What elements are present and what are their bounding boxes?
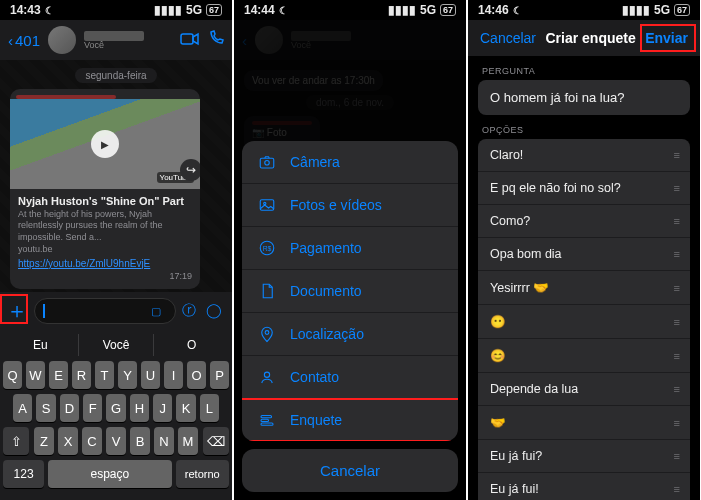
drag-handle-icon[interactable]: ≡ xyxy=(674,248,678,260)
drag-handle-icon[interactable]: ≡ xyxy=(674,350,678,362)
sheet-cancel-button[interactable]: Cancelar xyxy=(242,449,458,492)
drag-handle-icon[interactable]: ≡ xyxy=(674,182,678,194)
key-e[interactable]: E xyxy=(49,361,68,389)
key-z[interactable]: Z xyxy=(34,427,54,455)
drag-handle-icon[interactable]: ≡ xyxy=(674,282,678,294)
numeric-key[interactable]: 123 xyxy=(3,460,44,488)
poll-option-row[interactable]: Opa bom dia≡ xyxy=(478,238,690,271)
chat-body[interactable]: segunda-feira ▶ YouTube ↪ Nyjah Huston's… xyxy=(0,60,232,292)
key-q[interactable]: Q xyxy=(3,361,22,389)
poll-option-row[interactable]: Eu já fui!≡ xyxy=(478,473,690,500)
key-k[interactable]: K xyxy=(176,394,195,422)
key-r[interactable]: R xyxy=(72,361,91,389)
sticker-icon[interactable]: ▢ xyxy=(151,305,161,318)
play-icon[interactable]: ▶ xyxy=(91,130,119,158)
key-j[interactable]: J xyxy=(153,394,172,422)
video-thumbnail[interactable]: ▶ YouTube ↪ xyxy=(10,99,200,189)
poll-option-row[interactable]: Depende da lua≡ xyxy=(478,373,690,406)
modal-title: Criar enquete xyxy=(545,30,635,46)
message-text-input[interactable]: ▢ xyxy=(34,298,176,324)
key-h[interactable]: H xyxy=(130,394,149,422)
sheet-contact[interactable]: Contato xyxy=(242,356,458,399)
attach-plus-icon[interactable]: ＋ xyxy=(6,300,28,322)
key-row-3: ⇧ ZXCVBNM ⌫ xyxy=(3,427,229,455)
key-i[interactable]: I xyxy=(164,361,183,389)
key-w[interactable]: W xyxy=(26,361,45,389)
key-s[interactable]: S xyxy=(36,394,55,422)
key-n[interactable]: N xyxy=(154,427,174,455)
drag-handle-icon[interactable]: ≡ xyxy=(674,215,678,227)
key-t[interactable]: T xyxy=(95,361,114,389)
drag-handle-icon[interactable]: ≡ xyxy=(674,450,678,462)
contact-name-block[interactable]: Você xyxy=(84,31,172,50)
drag-handle-icon[interactable]: ≡ xyxy=(674,316,678,328)
forward-icon[interactable]: ↪ xyxy=(180,159,200,181)
dnd-moon-icon: ☾ xyxy=(45,5,54,16)
key-o[interactable]: O xyxy=(187,361,206,389)
key-b[interactable]: B xyxy=(130,427,150,455)
cancel-button[interactable]: Cancelar xyxy=(480,30,536,46)
sheet-poll[interactable]: Enquete xyxy=(242,399,458,441)
key-y[interactable]: Y xyxy=(118,361,137,389)
poll-question-input[interactable]: O homem já foi na lua? xyxy=(478,80,690,115)
space-key[interactable]: espaço xyxy=(48,460,171,488)
suggestion[interactable]: Você xyxy=(79,334,155,356)
suggestion[interactable]: Eu xyxy=(3,334,79,356)
key-u[interactable]: U xyxy=(141,361,160,389)
poll-option-row[interactable]: 😶≡ xyxy=(478,305,690,339)
suggestion-row: Eu Você O xyxy=(3,334,229,356)
poll-option-text: 😶 xyxy=(490,314,506,329)
key-l[interactable]: L xyxy=(200,394,219,422)
message-input-row: ＋ ▢ ⓡ ◯ xyxy=(0,292,232,330)
poll-option-row[interactable]: 😊≡ xyxy=(478,339,690,373)
key-v[interactable]: V xyxy=(106,427,126,455)
status-bar: 14:46 ☾ ▮▮▮▮ 5G 67 xyxy=(468,0,700,20)
avatar[interactable] xyxy=(48,26,76,54)
key-x[interactable]: X xyxy=(58,427,78,455)
text-cursor xyxy=(43,304,45,318)
sheet-label: Localização xyxy=(290,326,364,342)
poll-option-row[interactable]: E pq ele não foi no sol?≡ xyxy=(478,172,690,205)
ios-keyboard[interactable]: Eu Você O QWERTYUIOP ASDFGHJKL ⇧ ZXCVBNM… xyxy=(0,330,232,500)
link-message-bubble[interactable]: ▶ YouTube ↪ Nyjah Huston's "Shine On" Pa… xyxy=(10,89,200,289)
back-button[interactable]: ‹ 401 xyxy=(8,32,40,49)
suggestion[interactable]: O xyxy=(154,334,229,356)
sheet-camera[interactable]: Câmera xyxy=(242,141,458,184)
svg-rect-3 xyxy=(260,200,274,211)
drag-handle-icon[interactable]: ≡ xyxy=(674,417,678,429)
battery-indicator: 67 xyxy=(674,4,690,16)
poll-option-row[interactable]: 🤝≡ xyxy=(478,406,690,440)
key-f[interactable]: F xyxy=(83,394,102,422)
link-url[interactable]: https://youtu.be/ZmlU9hnEvjE xyxy=(18,258,192,269)
payment-rs-icon[interactable]: ⓡ xyxy=(182,302,196,320)
drag-handle-icon[interactable]: ≡ xyxy=(674,383,678,395)
unread-count: 401 xyxy=(15,32,40,49)
poll-option-row[interactable]: Claro!≡ xyxy=(478,139,690,172)
key-p[interactable]: P xyxy=(210,361,229,389)
drag-handle-icon[interactable]: ≡ xyxy=(674,483,678,495)
key-c[interactable]: C xyxy=(82,427,102,455)
poll-option-row[interactable]: Eu já fui?≡ xyxy=(478,440,690,473)
sheet-photos[interactable]: Fotos e vídeos xyxy=(242,184,458,227)
poll-option-row[interactable]: Yesirrrr 🤝≡ xyxy=(478,271,690,305)
voice-call-icon[interactable] xyxy=(208,30,224,51)
key-a[interactable]: A xyxy=(13,394,32,422)
sheet-location[interactable]: Localização xyxy=(242,313,458,356)
sheet-document[interactable]: Documento xyxy=(242,270,458,313)
video-call-icon[interactable] xyxy=(180,30,200,51)
key-g[interactable]: G xyxy=(106,394,125,422)
backspace-key[interactable]: ⌫ xyxy=(203,427,229,455)
poll-option-row[interactable]: Como?≡ xyxy=(478,205,690,238)
key-m[interactable]: M xyxy=(178,427,198,455)
shift-key[interactable]: ⇧ xyxy=(3,427,29,455)
key-d[interactable]: D xyxy=(60,394,79,422)
poll-option-text: Eu já fui? xyxy=(490,449,542,463)
send-button[interactable]: Enviar xyxy=(645,30,688,46)
section-options-label: OPÇÕES xyxy=(468,115,700,139)
drag-handle-icon[interactable]: ≡ xyxy=(674,149,678,161)
camera-icon[interactable]: ◯ xyxy=(206,302,222,320)
return-key[interactable]: retorno xyxy=(176,460,229,488)
status-bar: 14:43 ☾ ▮▮▮▮ 5G 67 xyxy=(0,0,232,20)
section-question-label: PERGUNTA xyxy=(468,56,700,80)
sheet-payment[interactable]: R$ Pagamento xyxy=(242,227,458,270)
